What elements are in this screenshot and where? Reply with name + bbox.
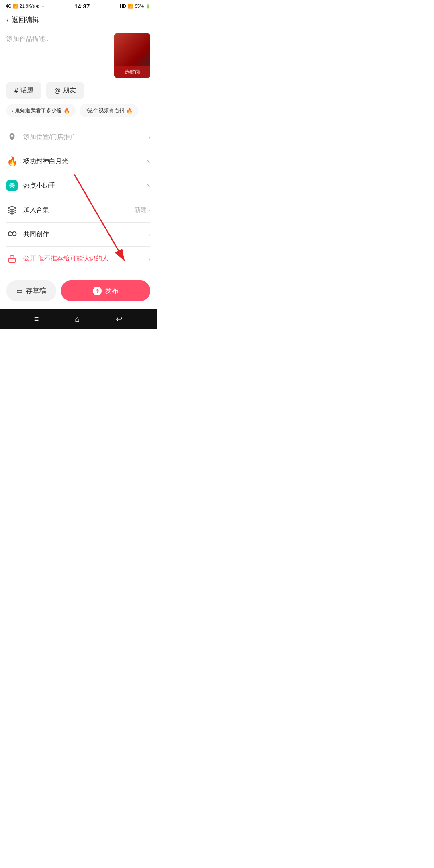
nav-bar: ≡ ⌂ ↩ — [0, 309, 157, 329]
at-icon: @ — [54, 87, 61, 94]
hashtag-button[interactable]: # 话题 — [6, 82, 41, 99]
location-icon — [6, 131, 18, 143]
description-area: 添加作品描述.. 选封面 — [0, 29, 157, 82]
publish-button[interactable]: 发布 — [61, 280, 150, 301]
privacy-label: 公开·但不推荐给可能认识的人 — [23, 254, 143, 263]
hot-tag-0[interactable]: #鬼知道我看了多少遍 🔥 — [6, 104, 76, 117]
location-chevron: › — [148, 134, 150, 141]
battery-text: 95% — [135, 4, 144, 8]
description-placeholder[interactable]: 添加作品描述.. — [6, 33, 110, 78]
hotpoint-item[interactable]: 热点小助手 × — [0, 174, 157, 198]
privacy-chevron-icon: › — [148, 255, 150, 262]
fire-icon-1: 🔥 — [126, 108, 133, 114]
co-create-item[interactable]: CO 共同创作 › — [0, 222, 157, 246]
location-item[interactable]: 添加位置/门店推广 › — [0, 125, 157, 149]
wifi-icon: 📶 — [128, 4, 133, 9]
close-icon-hot-topic: × — [146, 158, 150, 166]
fire-icon-0: 🔥 — [63, 108, 70, 114]
cover-label: 选封面 — [114, 66, 150, 78]
hot-tag-text-0: #鬼知道我看了多少遍 — [12, 107, 62, 114]
hot-tag-1[interactable]: #这个视频有点抖 🔥 — [80, 104, 138, 117]
divider-1 — [6, 123, 150, 123]
collection-item[interactable]: 加入合集 新建 › — [0, 198, 157, 222]
battery-icon: 🔋 — [145, 4, 151, 9]
hot-topics-row: #鬼知道我看了多少遍 🔥 #这个视频有点抖 🔥 — [0, 104, 157, 121]
publish-label: 发布 — [105, 286, 119, 295]
lock-icon — [6, 253, 18, 264]
co-create-chevron: › — [148, 231, 150, 238]
status-bar: 4G 📶 21.9K/s ⊕ ··· 14:37 HD 📶 95% 🔋 — [0, 0, 157, 11]
collection-label: 加入合集 — [23, 206, 129, 214]
co-create-label: 共同创作 — [23, 230, 143, 239]
nav-home-icon[interactable]: ⌂ — [75, 315, 80, 324]
co-create-chevron-icon: › — [148, 231, 150, 238]
signal-text: 4G — [6, 4, 12, 8]
co-icon: CO — [6, 229, 18, 240]
nav-menu-icon[interactable]: ≡ — [34, 315, 39, 324]
close-icon-hotpoint: × — [146, 182, 150, 190]
privacy-chevron: › — [148, 255, 150, 262]
header: ‹ 返回编辑 — [0, 11, 157, 29]
status-right: HD 📶 95% 🔋 — [120, 4, 151, 9]
hotpoint-close[interactable]: × — [146, 182, 150, 190]
save-draft-button[interactable]: ▭ 存草稿 — [6, 280, 56, 301]
svg-point-2 — [12, 260, 13, 261]
status-left: 4G 📶 21.9K/s ⊕ ··· — [6, 4, 44, 9]
mention-button[interactable]: @ 朋友 — [46, 82, 84, 99]
hashtag-label: 话题 — [20, 86, 33, 95]
hotpoint-icon — [6, 180, 18, 191]
location-chevron-icon: › — [148, 134, 150, 141]
divider-7 — [6, 271, 150, 271]
tag-buttons-row: # 话题 @ 朋友 — [0, 82, 157, 104]
hot-tag-text-1: #这个视频有点抖 — [85, 107, 125, 114]
back-chevron-icon: ‹ — [6, 15, 9, 25]
publish-icon — [93, 287, 102, 295]
hotpoint-label: 热点小助手 — [23, 182, 141, 190]
collection-chevron-icon: › — [148, 207, 150, 213]
hot-topic-close[interactable]: × — [146, 158, 150, 166]
nav-back-icon[interactable]: ↩ — [116, 314, 123, 324]
bottom-bar: ▭ 存草稿 发布 — [0, 274, 157, 309]
back-label: 返回编辑 — [12, 15, 39, 25]
collection-new-label: 新建 — [135, 206, 147, 214]
signal-bars: 📶 — [13, 4, 18, 9]
location-label: 添加位置/门店推广 — [23, 133, 143, 141]
collection-right: 新建 › — [135, 206, 150, 214]
back-button[interactable]: ‹ 返回编辑 — [6, 15, 39, 25]
flame-icon: 🔥 — [6, 156, 18, 167]
cover-thumbnail[interactable]: 选封面 — [114, 33, 150, 78]
mention-label: 朋友 — [63, 86, 76, 95]
dots: ··· — [41, 4, 44, 8]
save-icon: ▭ — [16, 287, 23, 295]
layers-icon — [6, 205, 18, 216]
time-display: 14:37 — [74, 3, 90, 10]
privacy-item[interactable]: 公开·但不推荐给可能认识的人 › — [0, 247, 157, 271]
hot-topic-label: 杨功封神白月光 — [23, 157, 141, 166]
save-label: 存草稿 — [26, 286, 46, 295]
hd-badge: HD — [120, 4, 126, 8]
hot-topic-item[interactable]: 🔥 杨功封神白月光 × — [0, 149, 157, 174]
speed-text: 21.9K/s — [20, 4, 35, 8]
hashtag-icon: # — [14, 87, 18, 94]
usb-icon: ⊕ — [36, 4, 39, 9]
